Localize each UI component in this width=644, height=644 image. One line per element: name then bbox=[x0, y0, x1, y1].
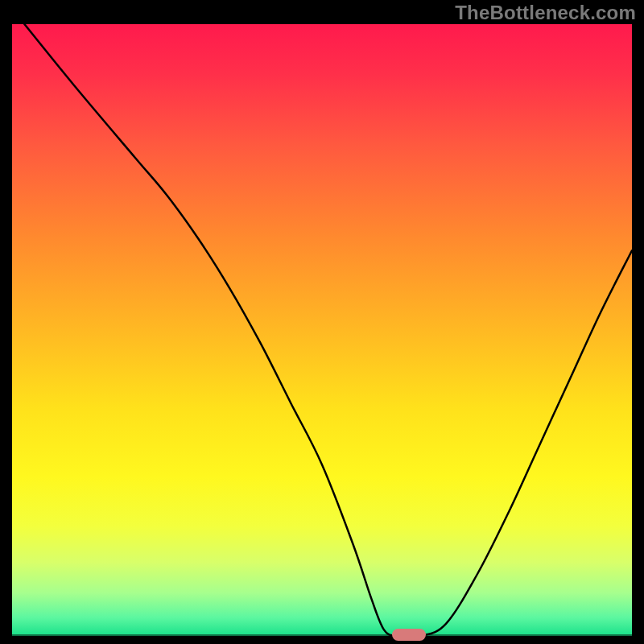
bottleneck-chart bbox=[12, 24, 632, 636]
watermark-text: TheBottleneck.com bbox=[455, 2, 636, 24]
optimal-point-marker bbox=[392, 629, 426, 641]
chart-frame: TheBottleneck.com bbox=[0, 0, 644, 644]
gradient-backdrop bbox=[12, 24, 632, 636]
